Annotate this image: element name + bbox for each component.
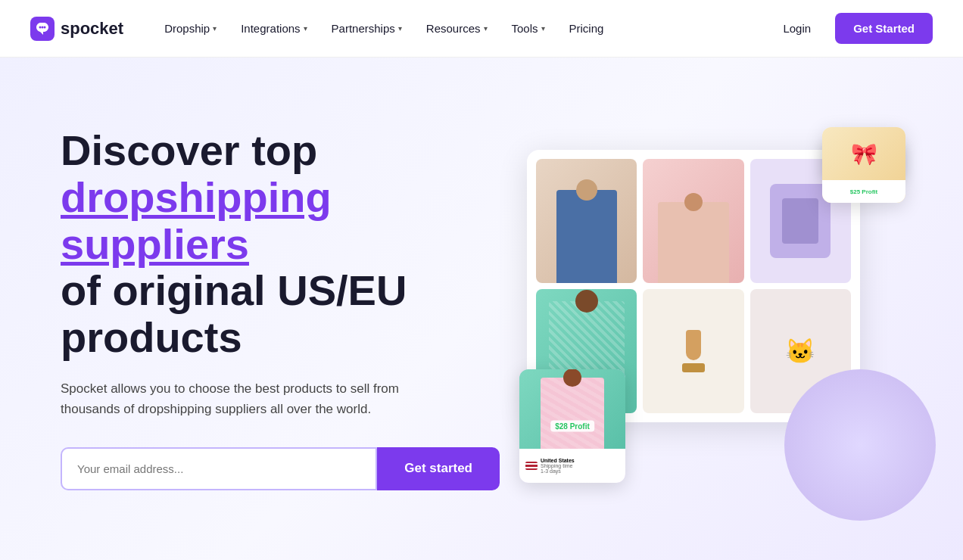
- nav-right: Login Get Started: [771, 13, 933, 44]
- product-card-5: [643, 289, 743, 413]
- hero-image-area: 🐱 United Kingdom Shipping time $25 Profi…: [500, 127, 918, 490]
- chevron-down-icon: ▾: [541, 24, 545, 33]
- email-input[interactable]: [61, 447, 377, 490]
- hero-title-purple: dropshipping suppliers: [61, 173, 332, 268]
- get-started-button[interactable]: Get started: [377, 447, 500, 490]
- logo-text: spocket: [61, 19, 123, 39]
- chevron-down-icon: ▾: [484, 24, 488, 33]
- float-card-accessory: 🎀 $25 Profit: [822, 127, 905, 203]
- logo-icon: [30, 17, 55, 41]
- hero-content: Discover top dropshipping suppliers of o…: [61, 127, 500, 490]
- chevron-down-icon: ▾: [398, 24, 402, 33]
- nav-item-integrations[interactable]: Integrations ▾: [230, 16, 317, 41]
- hero-title: Discover top dropshipping suppliers of o…: [61, 127, 500, 360]
- float-card-woman: United States Shipping time 1-3 days $28…: [519, 369, 625, 483]
- nav-item-resources[interactable]: Resources ▾: [416, 16, 498, 41]
- chevron-down-icon: ▾: [213, 24, 217, 33]
- product-card-1: [536, 159, 637, 283]
- navbar: spocket Dropship ▾ Integrations ▾ Partne…: [0, 0, 963, 58]
- us-flag-icon: [525, 462, 538, 470]
- svg-point-1: [39, 26, 42, 28]
- login-button[interactable]: Login: [771, 16, 823, 41]
- product-grid: 🐱 United Kingdom Shipping time $25 Profi…: [512, 127, 905, 490]
- hero-section: Discover top dropshipping suppliers of o…: [0, 58, 963, 560]
- nav-item-partnerships[interactable]: Partnerships ▾: [321, 16, 413, 41]
- product-card-2: [643, 159, 743, 283]
- decorative-blob: [784, 369, 936, 521]
- nav-links: Dropship ▾ Integrations ▾ Partnerships ▾…: [154, 16, 771, 41]
- email-form: Get started: [61, 447, 500, 490]
- logo[interactable]: spocket: [30, 17, 123, 41]
- nav-item-tools[interactable]: Tools ▾: [501, 16, 556, 41]
- get-started-nav-button[interactable]: Get Started: [835, 13, 933, 44]
- svg-point-3: [44, 26, 46, 28]
- hero-subtitle: Spocket allows you to choose the best pr…: [61, 378, 439, 419]
- svg-point-2: [42, 26, 44, 28]
- nav-item-dropship[interactable]: Dropship ▾: [154, 16, 227, 41]
- nav-item-pricing[interactable]: Pricing: [559, 16, 615, 41]
- chevron-down-icon: ▾: [304, 24, 307, 33]
